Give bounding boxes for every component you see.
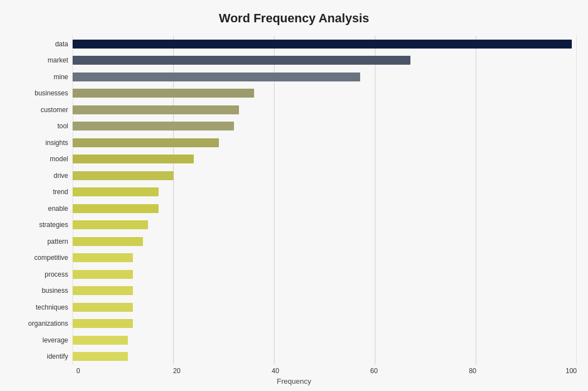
y-label: enable <box>48 202 68 215</box>
y-label: competitive <box>34 252 68 264</box>
bar <box>73 253 133 262</box>
y-label: business <box>42 284 68 297</box>
x-tick: 0 <box>73 367 84 375</box>
bar-row <box>73 334 577 346</box>
y-axis: datamarketminebusinessescustomertoolinsi… <box>11 36 73 365</box>
bar-row <box>73 317 577 330</box>
x-tick: 40 <box>270 367 281 375</box>
bar-row <box>73 54 577 66</box>
bar-row <box>73 104 577 116</box>
bar-row <box>73 202 577 215</box>
bar <box>73 237 143 246</box>
x-tick: 20 <box>171 367 183 375</box>
bar <box>73 73 360 81</box>
bar-row <box>73 252 577 264</box>
chart-area: datamarketminebusinessescustomertoolinsi… <box>11 36 577 365</box>
y-label: data <box>55 38 68 50</box>
bar <box>73 138 219 147</box>
chart-container: Word Frequency Analysis datamarketminebu… <box>0 0 588 391</box>
bar <box>73 286 133 295</box>
bar <box>73 352 128 361</box>
x-tick: 60 <box>369 367 380 375</box>
bar <box>73 220 148 229</box>
y-label: strategies <box>39 219 68 231</box>
y-label: organizations <box>28 317 68 330</box>
x-tick: 80 <box>467 367 478 375</box>
bar-row <box>73 235 577 248</box>
bar-row <box>73 71 577 83</box>
bar-row <box>73 268 577 281</box>
bar-row <box>73 137 577 149</box>
bar <box>73 56 410 65</box>
bar <box>73 336 128 345</box>
y-label: techniques <box>36 301 68 313</box>
bar-row <box>73 120 577 132</box>
y-label: insights <box>45 137 68 149</box>
bar <box>73 122 234 131</box>
bar <box>73 187 159 196</box>
bars-column <box>73 36 577 365</box>
bar-row <box>73 87 577 99</box>
y-label: model <box>50 153 68 165</box>
x-axis-area: 020406080100 Frequency <box>11 365 577 385</box>
bar <box>73 303 133 312</box>
bar <box>73 319 133 328</box>
y-label: trend <box>53 186 68 198</box>
x-ticks: 020406080100 <box>73 365 577 375</box>
bar-row <box>73 219 577 231</box>
y-label: drive <box>54 170 68 182</box>
bar <box>73 89 254 98</box>
y-label: leverage <box>42 334 68 346</box>
y-label: customer <box>41 104 68 116</box>
bar <box>73 155 194 163</box>
bar-row <box>73 301 577 313</box>
bars-and-grid <box>73 36 577 365</box>
bar-row <box>73 284 577 297</box>
bar-row <box>73 186 577 198</box>
bar <box>73 171 174 180</box>
bar <box>73 270 133 279</box>
y-label: process <box>45 268 68 281</box>
bar <box>73 40 572 49</box>
bar-row <box>73 153 577 165</box>
y-label: mine <box>54 71 68 83</box>
y-label: identify <box>47 350 68 363</box>
y-label: businesses <box>35 87 68 99</box>
chart-title: Word Frequency Analysis <box>219 11 369 26</box>
x-axis-label: Frequency <box>277 377 311 385</box>
bar-row <box>73 350 577 363</box>
bar <box>73 105 239 114</box>
bar <box>73 204 159 213</box>
y-label: pattern <box>47 235 68 248</box>
bar-row <box>73 170 577 182</box>
bar-row <box>73 38 577 50</box>
y-label: market <box>47 54 68 66</box>
y-label: tool <box>58 120 68 132</box>
x-tick: 100 <box>566 367 577 375</box>
